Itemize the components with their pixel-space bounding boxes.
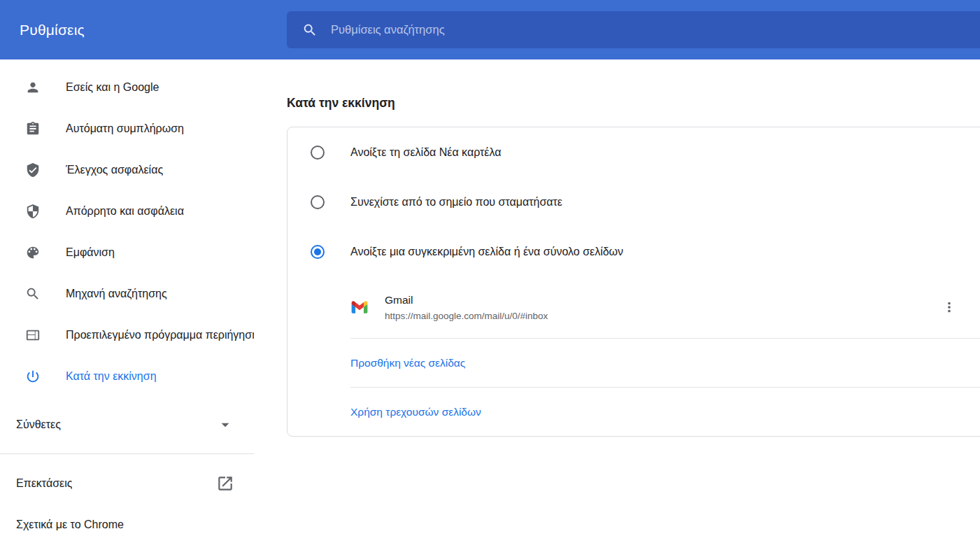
startup-page-title: Gmail (385, 294, 548, 306)
sidebar-item-label: Έλεγχος ασφαλείας (66, 164, 163, 176)
gmail-icon (350, 298, 369, 316)
radio-option-label: Συνεχίστε από το σημείο που σταματήσατε (350, 196, 562, 209)
add-new-page-button[interactable]: Προσθήκη νέας σελίδας (287, 339, 980, 387)
radio-option-label: Ανοίξτε τη σελίδα Νέα καρτέλα (350, 146, 502, 159)
sidebar-item-label: Κατά την εκκίνηση (66, 370, 157, 383)
sidebar-advanced-toggle[interactable]: Σύνθετες (0, 404, 254, 445)
autofill-clipboard-icon (25, 121, 41, 136)
radio-option-open-specific-pages[interactable]: Ανοίξτε μια συγκεκριμένη σελίδα ή ένα σύ… (287, 227, 980, 276)
sidebar-item-autofill[interactable]: Αυτόματη συμπλήρωση (0, 108, 254, 149)
on-startup-card: Ανοίξτε τη σελίδα Νέα καρτέλα Συνεχίστε … (287, 127, 980, 437)
sidebar: Εσείς και η Google Αυτόματη συμπλήρωση Έ… (0, 59, 254, 545)
sidebar-item-you-and-google[interactable]: Εσείς και η Google (0, 66, 254, 108)
radio-button-unselected[interactable] (311, 195, 325, 209)
startup-page-info: Gmail https://mail.google.com/mail/u/0/#… (385, 294, 548, 321)
main-content: Κατά την εκκίνηση Ανοίξτε τη σελίδα Νέα … (287, 59, 980, 437)
search-icon (302, 22, 318, 38)
section-title: Κατά την εκκίνηση (287, 96, 980, 111)
sidebar-item-privacy[interactable]: Απόρρητο και ασφάλεια (0, 190, 254, 232)
use-current-pages-button[interactable]: Χρήση τρεχουσών σελίδων (287, 388, 980, 436)
advanced-label: Σύνθετες (16, 418, 61, 431)
add-new-page-label: Προσθήκη νέας σελίδας (350, 357, 465, 369)
privacy-shield-icon (25, 204, 41, 219)
settings-search-bar[interactable] (287, 11, 980, 48)
open-in-new-icon (216, 474, 234, 493)
more-actions-button[interactable] (937, 295, 962, 320)
radio-option-continue-where-left-off[interactable]: Συνεχίστε από το σημείο που σταματήσατε (287, 177, 980, 227)
sidebar-item-extensions[interactable]: Επεκτάσεις (0, 463, 254, 504)
sidebar-item-search-engine[interactable]: Μηχανή αναζήτησης (0, 273, 254, 314)
sidebar-item-safety-check[interactable]: Έλεγχος ασφαλείας (0, 149, 254, 190)
sidebar-item-on-startup[interactable]: Κατά την εκκίνηση (0, 355, 254, 397)
startup-page-row: Gmail https://mail.google.com/mail/u/0/#… (287, 276, 980, 338)
page-title: Ρυθμίσεις (20, 22, 85, 38)
default-browser-icon (25, 327, 41, 343)
use-current-pages-label: Χρήση τρεχουσών σελίδων (350, 406, 481, 418)
sidebar-item-label: Εσείς και η Google (66, 81, 159, 94)
sidebar-item-about-chrome[interactable]: Σχετικά με το Chrome (0, 504, 254, 545)
radio-button-unselected[interactable] (311, 146, 325, 160)
power-icon (25, 369, 41, 384)
sidebar-item-label: Αυτόματη συμπλήρωση (66, 122, 184, 135)
appearance-palette-icon (25, 245, 41, 260)
sidebar-item-label: Μηχανή αναζήτησης (66, 288, 167, 300)
safety-check-shield-icon (25, 162, 41, 178)
radio-option-label: Ανοίξτε μια συγκεκριμένη σελίδα ή ένα σύ… (350, 246, 623, 258)
startup-page-url: https://mail.google.com/mail/u/0/#inbox (385, 311, 548, 321)
radio-button-selected[interactable] (311, 245, 325, 259)
extensions-label: Επεκτάσεις (16, 477, 72, 490)
sidebar-item-appearance[interactable]: Εμφάνιση (0, 232, 254, 273)
person-icon (25, 80, 41, 95)
sidebar-item-label: Απόρρητο και ασφάλεια (66, 205, 184, 218)
sidebar-divider (0, 453, 254, 454)
about-chrome-label: Σχετικά με το Chrome (16, 519, 124, 531)
header: Ρυθμίσεις (0, 0, 980, 59)
search-input[interactable] (329, 22, 979, 37)
radio-option-open-new-tab-page[interactable]: Ανοίξτε τη σελίδα Νέα καρτέλα (287, 127, 980, 177)
sidebar-item-label: Προεπιλεγμένο πρόγραμμα περιήγησης (66, 329, 254, 341)
more-vert-icon (942, 299, 957, 315)
search-engine-icon (25, 286, 41, 302)
sidebar-item-default-browser[interactable]: Προεπιλεγμένο πρόγραμμα περιήγησης (0, 314, 254, 355)
chevron-down-icon (216, 416, 234, 434)
sidebar-item-label: Εμφάνιση (66, 246, 115, 259)
